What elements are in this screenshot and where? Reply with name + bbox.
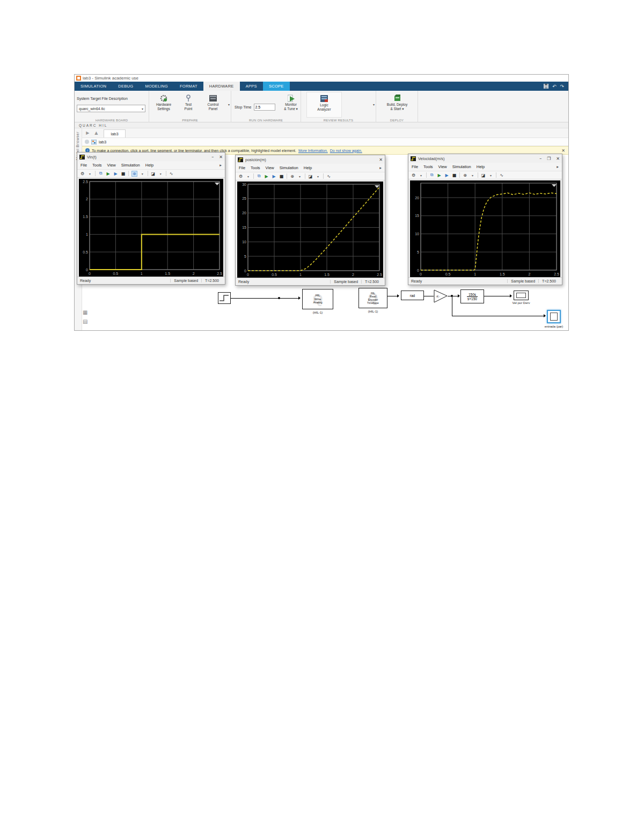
control-panel-button[interactable]: Control Panel xyxy=(201,92,225,118)
undo-icon[interactable]: ↶ xyxy=(552,84,557,89)
review-dropdown-icon[interactable]: ▾ xyxy=(373,103,375,106)
tab-scope[interactable]: SCOPE xyxy=(263,82,290,91)
zoom-tool-icon[interactable]: ⊕ xyxy=(463,173,467,178)
menu-help[interactable]: Help xyxy=(304,165,312,170)
axes-scaling-icon[interactable]: ◪ xyxy=(308,174,313,179)
axes-scaling-icon[interactable]: ◪ xyxy=(481,173,486,178)
stop-time-input[interactable] xyxy=(254,104,275,111)
wire-step-to-hilwrite[interactable] xyxy=(231,298,299,299)
scope-vel-label[interactable]: Vel por Derv xyxy=(504,301,538,304)
prepare-dropdown-icon[interactable]: ▾ xyxy=(228,103,230,106)
close-icon[interactable]: ✕ xyxy=(219,155,223,159)
breadcrumb-item[interactable]: lab3 xyxy=(99,140,106,144)
up-icon[interactable]: ▲ xyxy=(92,130,100,135)
wire-junction-dot[interactable] xyxy=(278,297,280,299)
palette-icon-top[interactable]: ▦ xyxy=(83,309,87,315)
menu-file[interactable]: File xyxy=(80,163,87,168)
chevron-down-icon[interactable]: ▾ xyxy=(470,173,475,177)
settings-gear-icon[interactable]: ⚙ xyxy=(80,171,85,176)
chevron-down-icon[interactable]: ▾ xyxy=(158,172,163,176)
menu-overflow-icon[interactable]: ▸ xyxy=(379,165,382,170)
settings-gear-icon[interactable]: ⚙ xyxy=(411,173,416,178)
chevron-down-icon[interactable]: ▾ xyxy=(87,172,92,176)
snapshot-icon[interactable]: ⧉ xyxy=(429,172,434,178)
build-deploy-start-button[interactable]: Build, Deploy & Start ▾ xyxy=(378,92,416,118)
step-forward-icon[interactable]: ▶ xyxy=(272,174,276,179)
stop-icon[interactable]: ■ xyxy=(121,171,126,176)
tab-apps[interactable]: APPS xyxy=(240,82,263,91)
tab-hardware[interactable]: HARDWARE xyxy=(203,82,240,91)
scope-titlebar[interactable]: posición(m) ✕ xyxy=(236,155,385,164)
close-icon[interactable]: ✕ xyxy=(556,156,560,161)
axes-scaling-icon[interactable]: ◪ xyxy=(151,171,156,176)
banner-close-icon[interactable]: ✕ xyxy=(561,148,565,153)
measurements-icon[interactable]: ∿ xyxy=(169,171,174,176)
menu-simulation[interactable]: Simulation xyxy=(452,164,471,169)
hil-read-label[interactable]: (HIL-1) xyxy=(358,310,387,313)
scope-vel-block[interactable] xyxy=(514,291,529,300)
hardware-settings-button[interactable]: Hardware Settings xyxy=(151,92,176,118)
stop-icon[interactable]: ■ xyxy=(452,173,457,178)
minimize-icon[interactable]: – xyxy=(539,156,541,161)
snapshot-icon[interactable]: ⧉ xyxy=(257,173,261,179)
chevron-down-icon[interactable]: ▾ xyxy=(246,175,251,178)
test-point-button[interactable]: Test Point xyxy=(176,92,201,118)
scope-plot-area[interactable]: 00.511.522.5051015202530 xyxy=(237,182,383,278)
document-tab-lab3[interactable]: lab3 xyxy=(104,129,125,137)
chevron-down-icon[interactable]: ▾ xyxy=(488,173,493,177)
zoom-tool-icon[interactable]: ⊕ xyxy=(290,174,295,179)
system-target-combo[interactable]: quarc_win64.tlc ▾ xyxy=(77,105,145,112)
menu-simulation[interactable]: Simulation xyxy=(280,165,298,170)
snapshot-icon[interactable]: ⧉ xyxy=(98,171,103,176)
logic-analyzer-button[interactable]: Logic Analyzer xyxy=(306,92,342,118)
run-icon[interactable]: ▶ xyxy=(264,174,269,179)
hil-read-encoder-block[interactable]: Q HIL Read Encoder Timebase xyxy=(358,288,387,308)
gain-block[interactable]: -K- xyxy=(434,289,448,303)
menu-tools[interactable]: Tools xyxy=(423,164,433,169)
model-browser-toggle-icon[interactable] xyxy=(85,140,89,144)
minimize-icon[interactable]: – xyxy=(211,155,214,159)
menu-view[interactable]: View xyxy=(266,165,274,170)
hil-write-label[interactable]: (HIL-1) xyxy=(302,311,333,314)
window-titlebar[interactable]: lab3 - Simulink academic use xyxy=(75,75,568,82)
menu-help[interactable]: Help xyxy=(477,164,485,169)
menu-overflow-icon[interactable]: ▸ xyxy=(219,163,222,168)
chevron-down-icon[interactable]: ▾ xyxy=(297,175,302,178)
counts-to-rad-block[interactable]: rad xyxy=(401,291,424,300)
scope-titlebar[interactable]: Vin(t) – ✕ xyxy=(77,153,225,161)
hil-write-analog-block[interactable]: Q HIL Write Analog xyxy=(302,289,333,309)
run-icon[interactable]: ▶ xyxy=(106,171,111,176)
step-block[interactable] xyxy=(218,292,231,304)
chevron-down-icon[interactable]: ▾ xyxy=(316,175,320,178)
menu-simulation[interactable]: Simulation xyxy=(121,163,140,168)
transfer-function-block[interactable]: 150s s+150 xyxy=(460,289,484,303)
branch-vertical-wire[interactable] xyxy=(452,297,452,316)
step-forward-icon[interactable]: ▶ xyxy=(113,171,118,176)
wire-branch-to-selected-scope[interactable] xyxy=(452,316,544,316)
tab-debug[interactable]: DEBUG xyxy=(112,82,139,91)
zoom-tool-icon[interactable]: ⊕ xyxy=(131,171,137,177)
menu-help[interactable]: Help xyxy=(145,163,153,168)
close-icon[interactable]: ✕ xyxy=(379,157,383,162)
measurements-icon[interactable]: ∿ xyxy=(326,174,331,179)
selected-scope-block[interactable] xyxy=(547,310,561,323)
menu-file[interactable]: File xyxy=(239,165,245,170)
wire-tf-to-scope[interactable] xyxy=(484,296,511,296)
restore-icon[interactable]: ❐ xyxy=(547,156,551,161)
palette-icon-bottom[interactable]: ▤ xyxy=(83,318,87,324)
tab-modeling[interactable]: MODELING xyxy=(139,82,173,91)
tab-format[interactable]: FORMAT xyxy=(174,82,203,91)
settings-gear-icon[interactable]: ⚙ xyxy=(238,174,243,179)
tab-simulation[interactable]: SIMULATION xyxy=(75,82,112,91)
wire-rad-to-gain[interactable] xyxy=(424,296,434,296)
menu-view[interactable]: View xyxy=(438,164,447,169)
chevron-down-icon[interactable]: ▾ xyxy=(419,173,423,177)
menu-tools[interactable]: Tools xyxy=(251,165,260,170)
menu-view[interactable]: View xyxy=(107,163,116,168)
menu-tools[interactable]: Tools xyxy=(92,163,102,168)
monitor-tune-button[interactable]: Monitor & Tune ▾ xyxy=(279,92,303,118)
menu-file[interactable]: File xyxy=(412,164,418,169)
chevron-down-icon[interactable]: ▾ xyxy=(140,172,145,176)
stop-icon[interactable]: ■ xyxy=(279,174,284,179)
selected-scope-label[interactable]: entrada (par) xyxy=(531,325,576,328)
